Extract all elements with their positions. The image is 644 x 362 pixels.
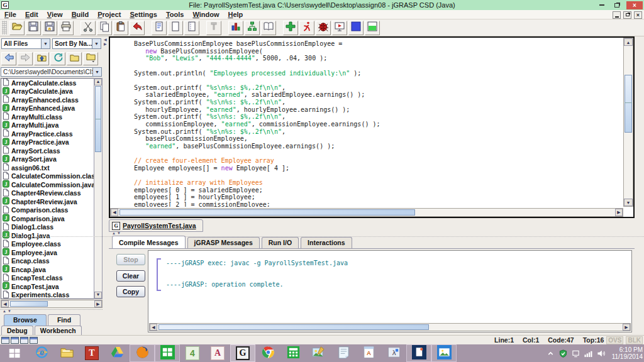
- file-row[interactable]: JCalculateCommission.java: [1, 180, 94, 189]
- view-csd-button[interactable]: [152, 21, 167, 35]
- code-editor[interactable]: BasePlusCommissionEmployee basePlusCommi…: [109, 36, 635, 218]
- tab-browse[interactable]: Browse: [4, 314, 47, 326]
- refresh-button[interactable]: [50, 52, 65, 65]
- run-button[interactable]: [299, 21, 314, 35]
- compile-button[interactable]: [283, 21, 298, 35]
- taskbar-chrome[interactable]: [255, 344, 280, 362]
- tab-payrollsystemtest[interactable]: G PayrollSystemTest.java: [109, 219, 203, 232]
- code-area[interactable]: BasePlusCommissionEmployee basePlusCommi…: [111, 40, 622, 207]
- layout-icon[interactable]: [30, 337, 38, 344]
- taskbar-windows-store[interactable]: [155, 344, 180, 362]
- sort-combo[interactable]: Sort By Na... ▼: [52, 38, 101, 49]
- debug-button[interactable]: [316, 21, 331, 35]
- taskbar-photos[interactable]: [431, 344, 457, 362]
- line-numbers-button[interactable]: [184, 21, 199, 35]
- taskbar-internet-explorer[interactable]: e: [29, 344, 54, 362]
- tray-volume-icon[interactable]: [597, 349, 605, 358]
- chevron-down-icon[interactable]: ▼: [92, 39, 101, 48]
- frame-restore-button[interactable]: [623, 11, 631, 19]
- object-workbench-button[interactable]: [348, 21, 364, 35]
- file-row[interactable]: CalculateCommission.class: [1, 172, 94, 181]
- menu-view[interactable]: View: [43, 11, 67, 18]
- frame-close-button[interactable]: ×: [634, 11, 642, 19]
- editor-vertical-scrollbar[interactable]: ▲ ▼: [623, 38, 633, 207]
- chevron-down-icon[interactable]: ▼: [92, 68, 101, 76]
- save-as-button[interactable]: a: [42, 21, 57, 35]
- file-list-vertical-scrollbar[interactable]: ▲ ▼: [94, 78, 103, 299]
- taskbar-movie-app-4[interactable]: 4: [180, 344, 205, 362]
- tray-network-icon[interactable]: [584, 349, 592, 358]
- panel-splitter[interactable]: ▲▼: [0, 309, 103, 314]
- file-row[interactable]: Employee.class: [1, 240, 94, 249]
- file-row[interactable]: EncapTest.class: [1, 274, 94, 283]
- menu-build[interactable]: Build: [67, 11, 94, 18]
- horizontal-splitter[interactable]: ▲▼: [0, 232, 644, 237]
- copy-button[interactable]: Copy: [116, 286, 145, 297]
- taskbar-access[interactable]: A: [205, 344, 230, 362]
- taskbar-file-explorer[interactable]: [54, 344, 79, 362]
- file-row[interactable]: JArraySort.java: [1, 155, 94, 164]
- file-row[interactable]: ArraySort.class: [1, 146, 94, 155]
- file-row[interactable]: Experiments.class: [1, 291, 94, 300]
- cut-button[interactable]: [80, 21, 96, 35]
- file-row[interactable]: Comparison.class: [1, 206, 94, 215]
- taskbar-firefox[interactable]: [130, 344, 155, 362]
- taskbar-onenote[interactable]: [406, 344, 431, 362]
- taskbar-wordpad[interactable]: A: [356, 344, 381, 362]
- copy-button[interactable]: [97, 21, 112, 35]
- save-file-button[interactable]: [26, 21, 41, 35]
- file-row[interactable]: Encap.class: [1, 257, 94, 266]
- file-row[interactable]: JEncapTest.java: [1, 282, 94, 291]
- path-combo[interactable]: C:\Users\swydell\Documents\CIS ▼: [1, 67, 102, 77]
- file-row[interactable]: Dialog1.class: [1, 223, 94, 232]
- file-row[interactable]: JArrayPractice.java: [1, 138, 94, 147]
- mode-ovs[interactable]: OVS: [606, 336, 623, 344]
- uml-window-button[interactable]: [245, 21, 260, 35]
- toolbar-grip[interactable]: [2, 21, 7, 35]
- csd-window-button[interactable]: [228, 21, 243, 35]
- pin-button[interactable]: [206, 21, 221, 35]
- file-row[interactable]: assign06.txt: [1, 163, 94, 172]
- compile-messages-output[interactable]: ◀ ▶ ----jGRASP exec: javac -g PayrollSys…: [148, 250, 632, 332]
- menu-project[interactable]: Project: [93, 11, 125, 18]
- file-list-horizontal-scrollbar[interactable]: ◀ ▶: [1, 300, 103, 308]
- tray-expand-icon[interactable]: [547, 349, 555, 358]
- vertical-splitter[interactable]: ◀▶: [103, 36, 109, 335]
- print-button[interactable]: [58, 21, 74, 35]
- tab-workbench[interactable]: Workbench: [35, 326, 82, 336]
- file-list[interactable]: ArrayCalculate.classJArrayCalculate.java…: [1, 78, 94, 299]
- taskbar-notepad[interactable]: [331, 344, 356, 362]
- file-row[interactable]: ArrayEnhanced.class: [1, 96, 94, 104]
- tab-run-i-o[interactable]: Run I/O: [262, 237, 299, 248]
- layout-icons[interactable]: [1, 337, 38, 344]
- menu-settings[interactable]: Settings: [125, 11, 161, 18]
- file-filter-combo[interactable]: All Files ▼: [1, 38, 50, 49]
- new-folder-button[interactable]: [67, 52, 82, 65]
- taskbar-calculator[interactable]: [280, 344, 306, 362]
- plain-document-button[interactable]: [168, 21, 183, 35]
- open-file-button[interactable]: [9, 21, 25, 35]
- taskbar-image-editor[interactable]: [306, 344, 331, 362]
- restore-button[interactable]: [611, 1, 623, 9]
- forward-button[interactable]: [18, 52, 33, 65]
- taskbar-t-app[interactable]: T: [79, 344, 104, 362]
- file-row[interactable]: ArrayPractice.class: [1, 129, 94, 138]
- file-row[interactable]: ArrayCalculate.class: [1, 79, 94, 87]
- file-row[interactable]: Chapter4Review.class: [1, 189, 94, 198]
- file-row[interactable]: ArrayMulti.class: [1, 112, 94, 121]
- undo-button[interactable]: [130, 21, 145, 35]
- run-applet-button[interactable]: [332, 21, 347, 35]
- paste-button[interactable]: [113, 21, 128, 35]
- minimize-button[interactable]: [596, 1, 608, 9]
- documentation-button[interactable]: [261, 21, 276, 35]
- tab-find[interactable]: Find: [48, 314, 80, 326]
- viewer-canvas-button[interactable]: [365, 21, 380, 35]
- layout-icon[interactable]: [11, 337, 19, 344]
- file-row[interactable]: JChapter4Review.java: [1, 197, 94, 206]
- tab-interactions[interactable]: Interactions: [301, 237, 352, 248]
- messages-horizontal-scrollbar[interactable]: ◀ ▶: [149, 323, 631, 331]
- tab-compile-messages[interactable]: Compile Messages: [112, 236, 186, 248]
- mode-blk[interactable]: BLK: [626, 336, 643, 344]
- chevron-down-icon[interactable]: ▼: [41, 39, 50, 48]
- tab-debug[interactable]: Debug: [1, 326, 33, 336]
